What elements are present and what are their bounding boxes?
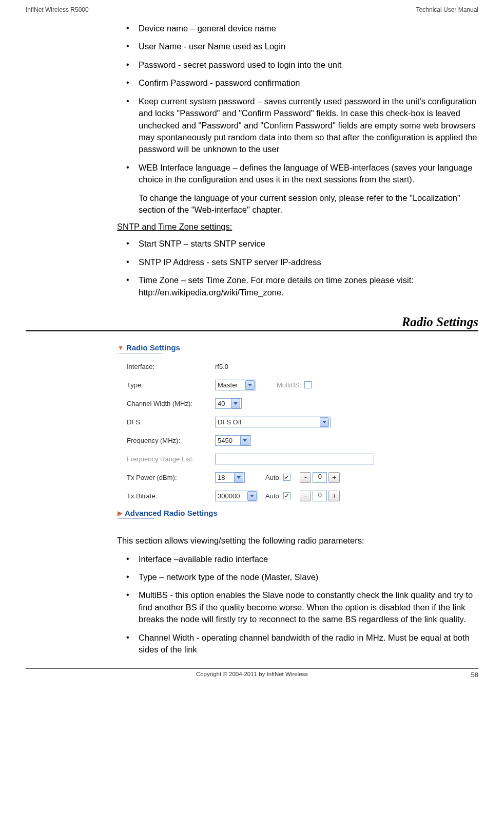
type-select[interactable]: Master	[215, 380, 256, 390]
body-paragraph: This section allows viewing/setting the …	[117, 535, 478, 547]
list-item: User Name - user Name used as Login	[117, 41, 478, 52]
channel-width-label: Channel Width (MHz):	[127, 400, 215, 407]
type-label: Type:	[127, 381, 215, 389]
tx-power-label: Tx Power (dBm):	[127, 474, 215, 481]
list-item: Time Zone – sets Time Zone. For more det…	[117, 274, 478, 298]
list-item: Device name – general device name	[117, 23, 478, 34]
channel-width-select[interactable]: 40	[215, 398, 242, 409]
chevron-down-icon	[245, 380, 255, 390]
header-right: Technical User Manual	[416, 6, 478, 13]
list-item: WEB Interface language – defines the lan…	[117, 162, 478, 186]
tx-bitrate-select[interactable]: 300000	[215, 491, 258, 501]
advanced-radio-header-label: Advanced Radio Settings	[125, 509, 218, 517]
list-item: Start SNTP – starts SNTP service	[117, 238, 478, 250]
multibs-label: MultiBS:	[277, 381, 301, 389]
header-underline	[118, 353, 163, 353]
interface-label: Interface:	[127, 363, 215, 370]
chevron-down-icon	[234, 473, 243, 482]
interface-value: rf5.0	[215, 363, 228, 370]
type-select-value: Master	[218, 381, 238, 389]
tx-power-minus-button[interactable]: -	[300, 472, 311, 483]
tx-power-step-input[interactable]: 0	[313, 472, 327, 483]
tx-bitrate-value: 300000	[218, 492, 240, 500]
advanced-underline	[118, 518, 154, 519]
section-rule	[26, 330, 478, 331]
advanced-radio-header[interactable]: ▶ Advanced Radio Settings	[118, 509, 395, 517]
frequency-range-input[interactable]	[215, 454, 374, 464]
radio-settings-header[interactable]: ▼ Radio Settings	[118, 343, 395, 352]
list-item: Channel Width - operating channel bandwi…	[117, 632, 478, 656]
list-item-continuation: To change the language of your current s…	[139, 192, 478, 216]
footer-copyright: Copyright © 2004-2011 by InfiNet Wireles…	[196, 671, 308, 677]
channel-width-value: 40	[218, 400, 225, 407]
header-left: InfiNet Wireless R5000	[26, 6, 89, 13]
frequency-select[interactable]: 5450	[215, 435, 251, 446]
list-item: Confirm Password - password confirmation	[117, 77, 478, 89]
tx-bitrate-step-input[interactable]: 0	[313, 491, 327, 501]
list-item: Keep current system password – saves cur…	[117, 96, 478, 156]
section-title: Radio Settings	[117, 315, 478, 329]
tx-bitrate-plus-button[interactable]: +	[328, 491, 340, 501]
list-item: SNTP IP Address - sets SNTP server IP-ad…	[117, 256, 478, 268]
list-item: Type – network type of the node (Master,…	[117, 571, 478, 583]
list-item: Password - secret password used to login…	[117, 59, 478, 71]
tx-bitrate-label: Tx Bitrate:	[127, 492, 215, 500]
page-number: 58	[471, 671, 478, 679]
tx-power-auto-checkbox[interactable]	[283, 474, 290, 481]
frequency-label: Frequency (MHz):	[127, 437, 215, 444]
tx-power-auto-label: Auto:	[265, 474, 281, 481]
collapse-icon: ▼	[118, 344, 124, 351]
list-item: MultiBS - this option enables the Slave …	[117, 589, 478, 625]
tx-bitrate-auto-label: Auto:	[265, 492, 281, 500]
radio-settings-panel: ▼ Radio Settings Interface: rf5.0 Type: …	[117, 339, 395, 525]
multibs-checkbox[interactable]	[304, 381, 312, 388]
tx-power-select[interactable]: 18	[215, 472, 245, 483]
dfs-label: DFS:	[127, 418, 215, 426]
expand-icon: ▶	[118, 510, 122, 517]
chevron-down-icon	[320, 417, 329, 427]
tx-bitrate-minus-button[interactable]: -	[300, 491, 311, 501]
tx-bitrate-auto-checkbox[interactable]	[283, 492, 290, 499]
dfs-value: DFS Off	[218, 418, 242, 426]
chevron-down-icon	[231, 399, 240, 408]
chevron-down-icon	[247, 491, 257, 501]
radio-settings-header-label: Radio Settings	[126, 343, 180, 352]
sntp-heading: SNTP and Time Zone settings:	[117, 222, 478, 232]
tx-power-plus-button[interactable]: +	[328, 472, 340, 483]
frequency-range-label: Frequency Range List:	[127, 455, 215, 463]
frequency-value: 5450	[218, 437, 232, 444]
tx-power-value: 18	[218, 474, 225, 481]
chevron-down-icon	[240, 436, 249, 445]
list-item: Interface –available radio interface	[117, 553, 478, 565]
dfs-select[interactable]: DFS Off	[215, 417, 331, 427]
